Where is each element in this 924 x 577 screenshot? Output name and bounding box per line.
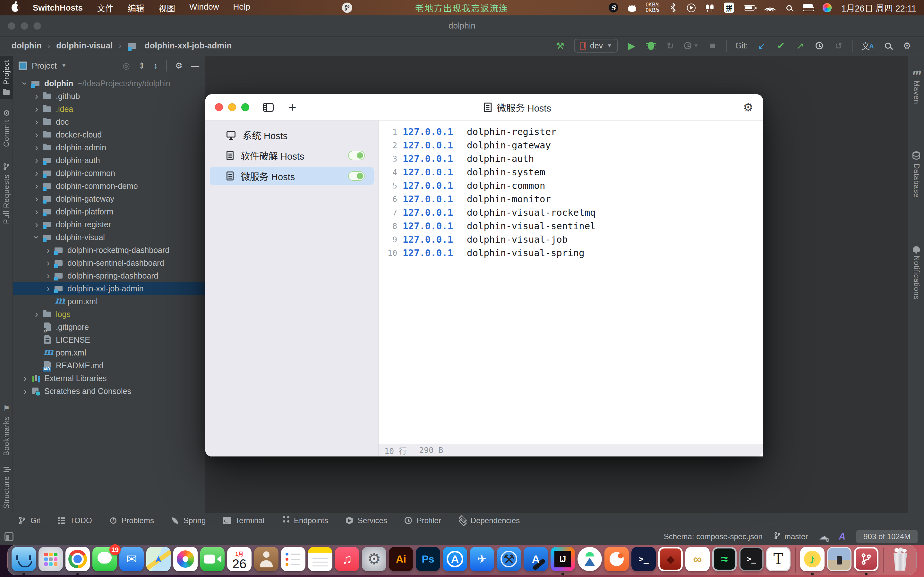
network-speed[interactable]: 0KB/s0KB/s — [646, 0, 660, 15]
dock-item-redis-manager[interactable]: ◆ — [657, 547, 684, 573]
tree-chevron-icon[interactable]: › — [42, 259, 54, 267]
expand-all-button[interactable]: ⇕ — [138, 61, 145, 71]
tool-window-button-terminal[interactable]: ›_Terminal — [222, 516, 264, 525]
tree-row-dolphin-rocketmq-dashboard[interactable]: ›dolphin-rocketmq-dashboard — [13, 243, 205, 256]
git-push-button[interactable]: ↗ — [795, 40, 806, 52]
settings-gear-icon[interactable]: ⚙ — [743, 102, 753, 113]
tool-window-button-profiler[interactable]: Profiler — [404, 516, 441, 525]
memory-indicator[interactable]: 903 of 1024M — [856, 530, 918, 543]
collapse-all-button[interactable]: ↨ — [153, 61, 158, 71]
dock-item-notes[interactable] — [307, 547, 334, 573]
tool-window-button-spring[interactable]: Spring — [171, 516, 206, 525]
tree-chevron-icon[interactable]: › — [42, 284, 54, 293]
wifi-icon[interactable] — [765, 0, 775, 15]
tree-chevron-icon[interactable]: › — [31, 92, 42, 100]
tool-strip-tab-structure[interactable]: Structure — [0, 462, 13, 513]
minimize-button[interactable] — [228, 103, 236, 111]
play-circle-icon[interactable] — [687, 0, 696, 15]
ide-zoom-button[interactable] — [33, 22, 41, 30]
schema-widget[interactable]: Schema: compose-spec.json — [664, 532, 762, 541]
tool-window-switcher-icon[interactable] — [5, 532, 13, 541]
panel-options-button[interactable]: ⚙ — [175, 61, 183, 71]
dock-item-messages[interactable]: 19 — [91, 547, 118, 573]
tree-row-logs[interactable]: ›logs — [13, 308, 205, 321]
tool-window-button-problems[interactable]: !Problems — [109, 516, 154, 525]
tool-strip-tab-project[interactable]: Project — [0, 56, 13, 99]
dock-item-preview-window[interactable] — [826, 547, 853, 573]
tool-window-button-services[interactable]: Services — [345, 516, 387, 525]
dock-item-music[interactable]: ♫ — [334, 547, 360, 573]
menu-app-name[interactable]: SwitchHosts — [33, 3, 83, 13]
tree-row-dolphin-visual[interactable]: ›dolphin-visual — [13, 231, 205, 243]
dock-item-xcode[interactable]: ⚒ — [495, 547, 522, 573]
dock-item-finder[interactable] — [10, 547, 37, 573]
tree-chevron-icon[interactable]: › — [31, 207, 42, 216]
dock-item-photoshop[interactable]: Ps — [415, 547, 441, 573]
tree-chevron-icon[interactable]: › — [32, 231, 41, 243]
hosts-list-item[interactable]: 软件破解 Hosts — [210, 146, 374, 165]
tree-row-.gitignore[interactable]: .gitignore — [13, 321, 205, 334]
menu-Window[interactable]: Window — [189, 2, 219, 14]
search-everywhere-button[interactable] — [882, 40, 893, 52]
debug-button[interactable] — [646, 40, 656, 52]
dock-item-developer-app[interactable]: A — [522, 547, 549, 573]
tool-window-button-endpoints[interactable]: Endpoints — [281, 516, 328, 525]
ide-close-button[interactable] — [8, 22, 15, 30]
search-icon[interactable] — [785, 0, 793, 15]
tree-row-README.md[interactable]: README.md — [13, 359, 205, 372]
tree-row-pom.xml[interactable]: pom.xml — [13, 346, 205, 359]
bluetooth-icon[interactable] — [669, 0, 677, 15]
dock-item-testflight[interactable]: ✈ — [468, 547, 495, 573]
tool-strip-tab-bookmarks[interactable]: ⚑Bookmarks — [0, 401, 13, 460]
dock-item-illustrator[interactable]: Ai — [388, 547, 415, 573]
tool-strip-tab-pull-requests[interactable]: Pull Requests — [0, 159, 13, 228]
close-button[interactable] — [215, 103, 223, 111]
tree-row-dolphin-platform[interactable]: ›dolphin-platform — [13, 205, 205, 218]
tool-strip-tab-commit[interactable]: Commit — [0, 106, 13, 151]
git-commit-button[interactable]: ✔ — [775, 40, 787, 52]
dock-item-android-studio[interactable] — [576, 547, 603, 573]
translate-button[interactable]: 文A — [861, 40, 874, 52]
airpods-icon[interactable] — [705, 0, 714, 15]
control-center-icon[interactable] — [803, 0, 813, 15]
dock-item-activity-monitor[interactable]: ≈ — [711, 547, 738, 573]
hide-panel-button[interactable]: — — [191, 61, 199, 71]
tree-row-doc[interactable]: ›doc — [13, 115, 205, 128]
stop-button[interactable]: ■ — [707, 40, 718, 52]
profiler-button[interactable]: ▼ — [684, 40, 699, 52]
battery-icon[interactable] — [744, 0, 755, 15]
chevron-down-icon[interactable]: ▼ — [61, 63, 67, 69]
settings-gear-button[interactable]: ⚙ — [901, 40, 913, 52]
plugin-a-icon[interactable]: A — [838, 531, 845, 542]
tree-chevron-icon[interactable]: › — [31, 220, 42, 229]
tree-chevron-icon[interactable]: › — [31, 143, 42, 152]
tree-row-dolphin-gateway[interactable]: ›dolphin-gateway — [13, 192, 205, 205]
switchhosts-menubar-icon[interactable] — [342, 3, 352, 13]
dock-item-facetime[interactable] — [199, 547, 226, 573]
dock-item-terminal[interactable]: >_ — [738, 547, 765, 573]
run-config-selector[interactable]: dev ▼ — [574, 39, 618, 53]
dock-item-terminal-app[interactable]: >_ — [630, 547, 657, 573]
git-rollback-button[interactable]: ↺ — [833, 40, 844, 52]
dock-item-launchpad[interactable] — [37, 547, 64, 573]
tree-chevron-icon[interactable]: › — [21, 77, 29, 89]
dock-item-navicat[interactable]: ∞ — [684, 547, 711, 573]
dock-item-qq-music[interactable]: ♪ — [799, 547, 826, 573]
tree-chevron-icon[interactable]: › — [42, 246, 54, 254]
run-button[interactable]: ▶ — [626, 40, 637, 52]
menu-Help[interactable]: Help — [233, 2, 250, 14]
project-panel-title[interactable]: Project — [32, 61, 57, 71]
hosts-enable-toggle[interactable] — [348, 151, 365, 160]
tree-row-dolphin-register[interactable]: ›dolphin-register — [13, 218, 205, 231]
dock-item-mail[interactable]: ✉ — [118, 547, 145, 573]
tree-row-.github[interactable]: ›.github — [13, 90, 205, 103]
cloud-sync-icon[interactable]: ☁ — [819, 532, 828, 541]
tree-chevron-icon[interactable]: › — [31, 169, 42, 177]
tree-chevron-icon[interactable]: › — [42, 271, 54, 280]
tool-strip-tab-database[interactable]: Database — [908, 147, 924, 201]
tree-chevron-icon[interactable]: › — [31, 131, 42, 139]
breadcrumb-item[interactable]: dolphin-xxl-job-admin — [128, 41, 232, 51]
zoom-button[interactable] — [241, 103, 249, 111]
dock-item-system-settings[interactable]: ⚙ — [360, 547, 388, 573]
tree-row-dolphin-auth[interactable]: ›dolphin-auth — [13, 154, 205, 167]
